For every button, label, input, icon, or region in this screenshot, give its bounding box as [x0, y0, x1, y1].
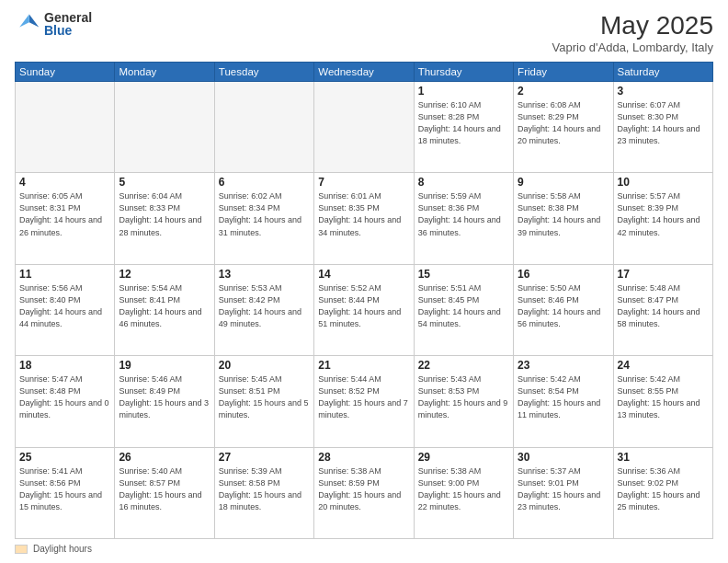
- calendar-cell-15: 15Sunrise: 5:51 AMSunset: 8:45 PMDayligh…: [414, 264, 513, 355]
- day-number: 17: [618, 268, 709, 281]
- calendar-week-1: 1Sunrise: 6:10 AMSunset: 8:28 PMDaylight…: [16, 82, 713, 173]
- day-info: Sunrise: 5:59 AMSunset: 8:36 PMDaylight:…: [418, 190, 509, 238]
- day-info: Sunrise: 6:04 AMSunset: 8:33 PMDaylight:…: [119, 190, 210, 238]
- day-info: Sunrise: 5:38 AMSunset: 8:59 PMDaylight:…: [318, 465, 409, 513]
- day-info: Sunrise: 5:44 AMSunset: 8:52 PMDaylight:…: [318, 373, 409, 421]
- day-info: Sunrise: 6:01 AMSunset: 8:35 PMDaylight:…: [318, 190, 409, 238]
- calendar-cell-11: 11Sunrise: 5:56 AMSunset: 8:40 PMDayligh…: [16, 264, 115, 355]
- page: General Blue May 2025 Vaprio d'Adda, Lom…: [0, 0, 728, 563]
- day-info: Sunrise: 5:57 AMSunset: 8:39 PMDaylight:…: [618, 190, 709, 238]
- day-number: 12: [119, 268, 210, 281]
- calendar-header-row: SundayMondayTuesdayWednesdayThursdayFrid…: [16, 63, 713, 82]
- col-header-friday: Friday: [514, 63, 613, 82]
- calendar-cell-10: 10Sunrise: 5:57 AMSunset: 8:39 PMDayligh…: [613, 173, 712, 264]
- calendar-cell-22: 22Sunrise: 5:43 AMSunset: 8:53 PMDayligh…: [414, 356, 513, 447]
- day-number: 24: [618, 359, 709, 372]
- calendar-cell-empty-0-0: [16, 82, 115, 173]
- day-number: 2: [518, 85, 609, 98]
- col-header-thursday: Thursday: [414, 63, 513, 82]
- day-info: Sunrise: 5:54 AMSunset: 8:41 PMDaylight:…: [119, 282, 210, 330]
- calendar-cell-4: 4Sunrise: 6:05 AMSunset: 8:31 PMDaylight…: [16, 173, 115, 264]
- calendar-cell-1: 1Sunrise: 6:10 AMSunset: 8:28 PMDaylight…: [414, 82, 513, 173]
- calendar-cell-empty-0-2: [214, 82, 313, 173]
- day-number: 8: [418, 176, 509, 189]
- day-info: Sunrise: 5:51 AMSunset: 8:45 PMDaylight:…: [418, 282, 509, 330]
- calendar-week-4: 18Sunrise: 5:47 AMSunset: 8:48 PMDayligh…: [16, 356, 713, 447]
- calendar-cell-12: 12Sunrise: 5:54 AMSunset: 8:41 PMDayligh…: [115, 264, 214, 355]
- calendar-cell-28: 28Sunrise: 5:38 AMSunset: 8:59 PMDayligh…: [314, 447, 414, 538]
- day-info: Sunrise: 5:36 AMSunset: 9:02 PMDaylight:…: [618, 465, 709, 513]
- calendar-cell-23: 23Sunrise: 5:42 AMSunset: 8:54 PMDayligh…: [514, 356, 613, 447]
- logo-text: General Blue: [44, 11, 92, 37]
- day-number: 11: [19, 268, 110, 281]
- calendar-cell-7: 7Sunrise: 6:01 AMSunset: 8:35 PMDaylight…: [314, 173, 414, 264]
- legend-label-daylight: Daylight hours: [33, 544, 92, 554]
- calendar-cell-29: 29Sunrise: 5:38 AMSunset: 9:00 PMDayligh…: [414, 447, 513, 538]
- calendar-cell-27: 27Sunrise: 5:39 AMSunset: 8:58 PMDayligh…: [214, 447, 313, 538]
- day-number: 10: [618, 176, 709, 189]
- calendar-cell-19: 19Sunrise: 5:46 AMSunset: 8:49 PMDayligh…: [115, 356, 214, 447]
- logo-general-text: General: [44, 11, 92, 24]
- day-info: Sunrise: 5:47 AMSunset: 8:48 PMDaylight:…: [19, 373, 110, 421]
- day-info: Sunrise: 5:42 AMSunset: 8:54 PMDaylight:…: [518, 373, 609, 421]
- svg-marker-0: [29, 15, 40, 28]
- calendar-table: SundayMondayTuesdayWednesdayThursdayFrid…: [15, 62, 713, 539]
- day-number: 29: [418, 451, 509, 464]
- col-header-sunday: Sunday: [16, 63, 115, 82]
- day-number: 15: [418, 268, 509, 281]
- day-number: 31: [618, 451, 709, 464]
- day-number: 20: [219, 359, 310, 372]
- calendar-week-3: 11Sunrise: 5:56 AMSunset: 8:40 PMDayligh…: [16, 264, 713, 355]
- col-header-saturday: Saturday: [613, 63, 712, 82]
- day-number: 9: [518, 176, 609, 189]
- calendar-cell-20: 20Sunrise: 5:45 AMSunset: 8:51 PMDayligh…: [214, 356, 313, 447]
- day-number: 1: [418, 85, 509, 98]
- day-number: 28: [318, 451, 409, 464]
- day-number: 22: [418, 359, 509, 372]
- day-info: Sunrise: 5:37 AMSunset: 9:01 PMDaylight:…: [518, 465, 609, 513]
- day-number: 30: [518, 451, 609, 464]
- calendar-cell-8: 8Sunrise: 5:59 AMSunset: 8:36 PMDaylight…: [414, 173, 513, 264]
- day-number: 21: [318, 359, 409, 372]
- day-info: Sunrise: 5:46 AMSunset: 8:49 PMDaylight:…: [119, 373, 210, 421]
- day-info: Sunrise: 5:53 AMSunset: 8:42 PMDaylight:…: [219, 282, 310, 330]
- calendar-cell-21: 21Sunrise: 5:44 AMSunset: 8:52 PMDayligh…: [314, 356, 414, 447]
- legend-box-daylight: [15, 545, 28, 554]
- calendar-cell-16: 16Sunrise: 5:50 AMSunset: 8:46 PMDayligh…: [514, 264, 613, 355]
- calendar-week-5: 25Sunrise: 5:41 AMSunset: 8:56 PMDayligh…: [16, 447, 713, 538]
- day-info: Sunrise: 6:02 AMSunset: 8:34 PMDaylight:…: [219, 190, 310, 238]
- calendar-cell-5: 5Sunrise: 6:04 AMSunset: 8:33 PMDaylight…: [115, 173, 214, 264]
- col-header-tuesday: Tuesday: [214, 63, 313, 82]
- day-info: Sunrise: 6:08 AMSunset: 8:29 PMDaylight:…: [518, 99, 609, 147]
- day-info: Sunrise: 5:39 AMSunset: 8:58 PMDaylight:…: [219, 465, 310, 513]
- day-number: 13: [219, 268, 310, 281]
- day-info: Sunrise: 5:41 AMSunset: 8:56 PMDaylight:…: [19, 465, 110, 513]
- title-block: May 2025 Vaprio d'Adda, Lombardy, Italy: [552, 11, 713, 54]
- calendar-cell-empty-0-1: [115, 82, 214, 173]
- col-header-monday: Monday: [115, 63, 214, 82]
- day-info: Sunrise: 6:10 AMSunset: 8:28 PMDaylight:…: [418, 99, 509, 147]
- day-info: Sunrise: 5:50 AMSunset: 8:46 PMDaylight:…: [518, 282, 609, 330]
- day-info: Sunrise: 5:43 AMSunset: 8:53 PMDaylight:…: [418, 373, 509, 421]
- calendar-cell-18: 18Sunrise: 5:47 AMSunset: 8:48 PMDayligh…: [16, 356, 115, 447]
- location: Vaprio d'Adda, Lombardy, Italy: [552, 40, 713, 54]
- day-info: Sunrise: 6:07 AMSunset: 8:30 PMDaylight:…: [618, 99, 709, 147]
- day-number: 7: [318, 176, 409, 189]
- day-number: 6: [219, 176, 310, 189]
- day-number: 27: [219, 451, 310, 464]
- calendar-cell-25: 25Sunrise: 5:41 AMSunset: 8:56 PMDayligh…: [16, 447, 115, 538]
- day-number: 16: [518, 268, 609, 281]
- calendar-cell-9: 9Sunrise: 5:58 AMSunset: 8:38 PMDaylight…: [514, 173, 613, 264]
- day-number: 25: [19, 451, 110, 464]
- calendar-cell-13: 13Sunrise: 5:53 AMSunset: 8:42 PMDayligh…: [214, 264, 313, 355]
- footer: Daylight hours: [15, 539, 713, 554]
- day-number: 18: [19, 359, 110, 372]
- day-info: Sunrise: 5:56 AMSunset: 8:40 PMDaylight:…: [19, 282, 110, 330]
- calendar-cell-empty-0-3: [314, 82, 414, 173]
- calendar-cell-3: 3Sunrise: 6:07 AMSunset: 8:30 PMDaylight…: [613, 82, 712, 173]
- logo: General Blue: [15, 11, 92, 37]
- day-number: 3: [618, 85, 709, 98]
- calendar-cell-6: 6Sunrise: 6:02 AMSunset: 8:34 PMDaylight…: [214, 173, 313, 264]
- logo-blue-text: Blue: [44, 24, 92, 37]
- col-header-wednesday: Wednesday: [314, 63, 414, 82]
